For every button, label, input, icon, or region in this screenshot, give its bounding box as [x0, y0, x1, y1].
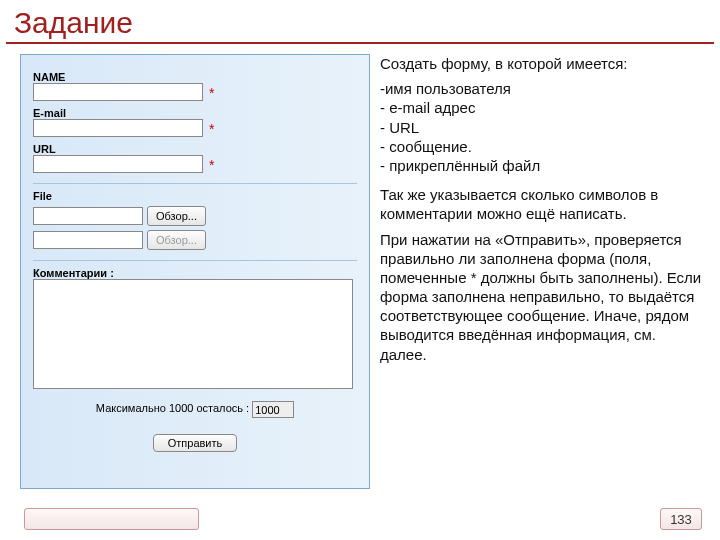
footer-bar	[24, 508, 199, 530]
page-number: 133	[660, 508, 702, 530]
desc-item: - прикреплённый файл	[380, 156, 706, 175]
divider	[33, 183, 357, 184]
email-label: E-mail	[33, 107, 357, 119]
email-input[interactable]	[33, 119, 203, 137]
comment-textarea[interactable]	[33, 279, 353, 389]
desc-p2: Так же указывается сколько символов в ко…	[380, 185, 706, 223]
name-input[interactable]	[33, 83, 203, 101]
url-label: URL	[33, 143, 357, 155]
desc-item: -имя пользователя	[380, 79, 706, 98]
name-required: *	[209, 85, 214, 101]
email-required: *	[209, 121, 214, 137]
browse-button-2[interactable]: Обзор...	[147, 230, 206, 250]
desc-item: - URL	[380, 118, 706, 137]
comment-label: Комментарии :	[33, 267, 357, 279]
task-description: Создать форму, в которой имеется: -имя п…	[380, 54, 706, 489]
name-label: NAME	[33, 71, 357, 83]
submit-button[interactable]: Отправить	[153, 434, 238, 452]
desc-item: - e-mail адрес	[380, 98, 706, 117]
url-input[interactable]	[33, 155, 203, 173]
url-required: *	[209, 157, 214, 173]
page-title: Задание	[6, 0, 714, 44]
file-input-1[interactable]	[33, 207, 143, 225]
desc-intro: Создать форму, в которой имеется:	[380, 54, 706, 73]
file-input-2[interactable]	[33, 231, 143, 249]
file-label: File	[33, 190, 357, 202]
form-panel: NAME * E-mail * URL * File Обзор... Обзо…	[20, 54, 370, 489]
divider	[33, 260, 357, 261]
counter-value	[252, 401, 294, 418]
browse-button-1[interactable]: Обзор...	[147, 206, 206, 226]
desc-p3: При нажатии на «Отправить», проверяется …	[380, 230, 706, 364]
desc-item: - сообщение.	[380, 137, 706, 156]
counter-label: Максимально 1000 осталось :	[96, 403, 249, 415]
